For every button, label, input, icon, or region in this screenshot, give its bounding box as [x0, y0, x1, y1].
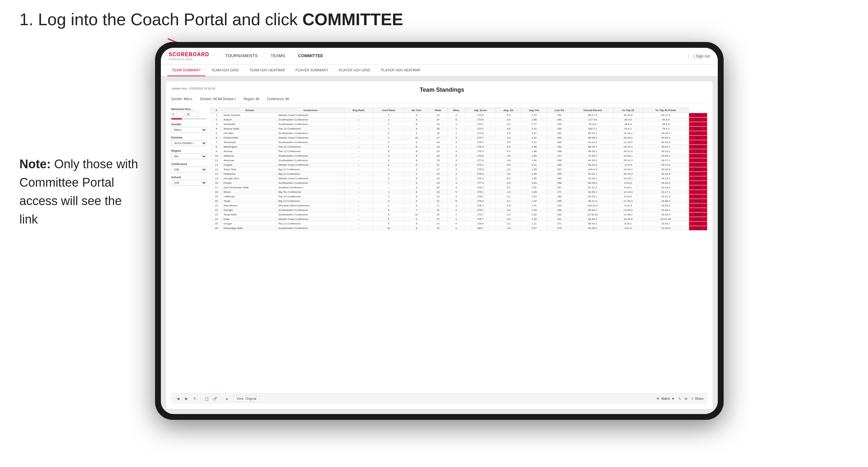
- cell-5-7: 4: [447, 136, 465, 140]
- cell-20-6: 17: [429, 204, 447, 208]
- cell-22-2: Southeastern Conference: [277, 213, 344, 217]
- cell-12-5: 9: [404, 167, 429, 172]
- sub-nav-player-h2h-heatmap[interactable]: PLAYER H2H HEATMAP: [376, 65, 425, 76]
- division-select[interactable]: NCAA Division I: [171, 140, 207, 146]
- sign-out-button[interactable]: | Sign out: [688, 54, 710, 58]
- cell-12-12: 104-4-3: [572, 167, 614, 172]
- cell-16-12: 87-21-2: [572, 185, 614, 190]
- cell-14-3: –: [344, 176, 373, 181]
- cell-7-11: 262: [547, 145, 572, 149]
- cell-22-0: 23: [211, 213, 222, 217]
- cell-16-5: 9: [404, 185, 429, 190]
- col-rank: #: [211, 108, 222, 113]
- nav-bar: SCOREBOARD Powered by clippd TOURNAMENTS…: [161, 48, 718, 65]
- sub-nav-player-summary[interactable]: PLAYER SUMMARY: [291, 65, 333, 76]
- cell-23-1: Duke: [222, 217, 277, 222]
- sub-nav-team-summary[interactable]: TEAM SUMMARY: [167, 65, 206, 76]
- cell-21-13: 11-29-1: [614, 208, 643, 213]
- school-select[interactable]: (All): [171, 180, 207, 186]
- sub-nav-team-h2h-heatmap[interactable]: TEAM H2H HEATMAP: [245, 65, 290, 76]
- cell-8-5: 8: [404, 149, 429, 154]
- slider-bar[interactable]: [171, 118, 207, 120]
- refresh-icon[interactable]: ↻: [192, 396, 198, 402]
- watch-button[interactable]: 👁 Watch ▼: [656, 397, 675, 401]
- cell-15-15: 85.02: [689, 181, 707, 185]
- cell-17-12: 82-35-1: [572, 190, 614, 194]
- cell-12-15: 68.94: [689, 167, 707, 172]
- cell-2-5: 8: [404, 122, 429, 127]
- cell-4-8: 274.8: [465, 131, 496, 136]
- bottom-toolbar: ◀ ▶ ↻ | 📋 🔗 | ● View: Original: [171, 393, 708, 404]
- conference-select[interactable]: (All): [171, 167, 207, 173]
- watch-icon: 👁: [656, 397, 660, 401]
- cell-17-10: 1.28: [521, 190, 547, 194]
- cell-21-11: 266: [547, 208, 572, 213]
- cell-20-14: 29-25-2: [643, 204, 689, 208]
- cell-18-11: 260: [547, 194, 572, 199]
- cell-2-9: -6.2: [496, 122, 521, 127]
- cell-7-4: 2: [373, 145, 404, 149]
- col-adj-score: Adj. Score: [465, 108, 496, 113]
- expand-button[interactable]: ⧉: [685, 397, 687, 401]
- cell-6-0: 7: [211, 140, 222, 145]
- update-time: Update time: 27/03/2024 16:56:26: [171, 87, 215, 91]
- cell-4-6: 18: [429, 131, 447, 136]
- cell-4-1: Ole Miss: [222, 131, 277, 136]
- annotate-button[interactable]: ✎: [678, 397, 681, 401]
- data-table-container: # School Conference Reg Rank Conf Rank N…: [211, 107, 708, 393]
- nav-item-tournaments[interactable]: TOURNAMENTS: [219, 48, 264, 65]
- cell-8-12: 86-26-1: [572, 149, 614, 154]
- cell-21-12: 59-39-1: [572, 208, 614, 213]
- view-original-button[interactable]: View: Original: [234, 396, 259, 401]
- sub-nav-team-h2h-grid[interactable]: TEAM H2H GRID: [207, 65, 244, 76]
- clock-icon[interactable]: ●: [224, 396, 230, 402]
- cell-22-4: 9: [373, 213, 404, 217]
- share-button[interactable]: ⇧ Share: [691, 397, 704, 401]
- cell-4-4: 3: [373, 131, 404, 136]
- cell-16-9: -5.1: [496, 185, 521, 190]
- table-row: 11ArkansasSoutheastern Conference–682332…: [211, 158, 708, 163]
- cell-4-11: 262: [547, 131, 572, 136]
- link-icon[interactable]: 🔗: [212, 396, 218, 402]
- cell-1-13: 30-4-0: [614, 118, 643, 122]
- cell-23-7: 1: [447, 217, 465, 222]
- table-row: 22GeorgiaSoutheastern Conference–8721127…: [211, 208, 708, 213]
- cell-13-9: -3.8: [496, 172, 521, 176]
- cell-21-10: 1.28: [521, 208, 547, 213]
- table-row: 17East Tennessee StateSouthern Conferenc…: [211, 185, 708, 190]
- cell-17-9: -1.4: [496, 190, 521, 194]
- cell-1-7: 6: [447, 118, 465, 122]
- cell-10-1: Arkansas: [222, 158, 277, 163]
- cell-1-15: 87.21: [689, 118, 707, 122]
- cell-24-10: 1.21: [521, 222, 547, 226]
- region-select[interactable]: N/A: [171, 153, 207, 159]
- cell-2-3: –: [344, 122, 373, 127]
- cell-25-10: 0.97: [521, 226, 547, 230]
- table-body: 1North CarolinaAtlantic Coast Conference…: [211, 113, 708, 230]
- cell-22-9: -2.0: [496, 213, 521, 217]
- cell-1-6: 27: [429, 118, 447, 122]
- nav-item-teams[interactable]: TEAMS: [264, 48, 292, 65]
- nav-item-committee[interactable]: COMMITTEE: [292, 48, 330, 65]
- cell-11-5: 8: [404, 163, 429, 167]
- sub-nav-player-h2h-grid[interactable]: PLAYER H2H GRID: [334, 65, 375, 76]
- cell-8-15: 68.3: [689, 149, 707, 154]
- logo-sub: Powered by clippd: [168, 58, 209, 61]
- min-row-input-1[interactable]: [171, 112, 184, 117]
- cell-5-3: –: [344, 136, 373, 140]
- cell-24-12: 66-40-1: [572, 222, 614, 226]
- cell-6-14: 42-19-0: [643, 140, 689, 145]
- gender-select[interactable]: Men's: [171, 127, 207, 133]
- copy-icon[interactable]: 📋: [204, 396, 210, 402]
- cell-0-12: 88-17-0: [572, 113, 614, 118]
- forward-icon[interactable]: ▶: [184, 396, 189, 402]
- cell-19-3: –: [344, 199, 373, 204]
- cell-23-5: 9: [404, 217, 429, 222]
- min-row-input-2[interactable]: [185, 112, 198, 117]
- table-row: 14OklahomaBig 12 Conference–24242276.9-3…: [211, 172, 708, 176]
- cell-6-13: 11-19-0: [614, 140, 643, 145]
- cell-11-11: 268: [547, 163, 572, 167]
- cell-9-8: 276.9: [465, 154, 496, 158]
- cell-12-11: 267: [547, 167, 572, 172]
- back-icon[interactable]: ◀: [175, 396, 181, 402]
